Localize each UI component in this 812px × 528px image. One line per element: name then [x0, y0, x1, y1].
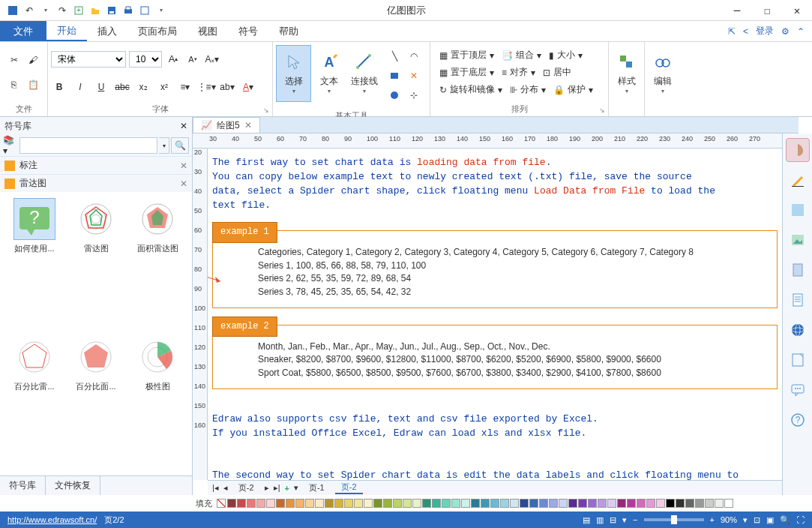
color-swatch[interactable]	[578, 499, 587, 508]
first-page-icon[interactable]: |◂	[212, 483, 219, 493]
zoom-level[interactable]: 90%	[721, 515, 737, 524]
settings-icon[interactable]: ⚙	[781, 26, 790, 37]
menu-tab-home[interactable]: 开始	[46, 21, 87, 41]
paste-icon[interactable]: 📋	[25, 76, 42, 93]
color-swatch[interactable]	[490, 499, 499, 508]
arrange-launcher-icon[interactable]: ↘	[599, 104, 605, 116]
sidebar-tab-recover[interactable]: 文件恢复	[46, 476, 100, 495]
menu-tab-layout[interactable]: 页面布局	[127, 21, 187, 41]
align-button[interactable]: ≡ 对齐▾	[499, 64, 538, 81]
zoom-in-button[interactable]: +	[710, 515, 715, 524]
color-swatch[interactable]	[256, 499, 265, 508]
open-icon[interactable]	[88, 4, 102, 17]
color-swatch[interactable]	[276, 499, 285, 508]
redo-icon[interactable]: ↷	[55, 4, 69, 17]
close-icon[interactable]: ✕	[180, 121, 187, 131]
color-swatch[interactable]	[383, 499, 392, 508]
color-swatch[interactable]	[334, 499, 343, 508]
protect-button[interactable]: 🔒 保护▾	[550, 82, 596, 98]
bring-front-button[interactable]: ▦ 置于顶层▾	[436, 47, 497, 64]
text-tool-button[interactable]: A 文本▾	[311, 45, 346, 102]
color-swatch[interactable]	[598, 499, 607, 508]
menu-tab-symbols[interactable]: 符号	[228, 21, 268, 41]
font-family-select[interactable]: 宋体	[51, 51, 126, 68]
color-swatch[interactable]	[373, 499, 382, 508]
color-swatch[interactable]	[685, 499, 694, 508]
color-swatch[interactable]	[676, 499, 685, 508]
clear-format-icon[interactable]: Aₓ▾	[204, 51, 220, 68]
fullscreen-icon[interactable]: ⛶	[796, 515, 805, 524]
shape-radar[interactable]: 雷达图	[67, 198, 124, 332]
pen-icon[interactable]	[786, 168, 810, 192]
color-swatch[interactable]	[695, 499, 704, 508]
color-swatch[interactable]	[646, 499, 655, 508]
fit-width-icon[interactable]: ⊡	[754, 515, 760, 525]
page-tab-prev[interactable]: 页-2	[232, 482, 260, 494]
color-swatch[interactable]	[617, 499, 626, 508]
last-page-icon[interactable]: ▸|	[274, 483, 280, 493]
strikethrough-button[interactable]: abc	[114, 79, 130, 95]
category-radar[interactable]: 雷达图✕	[0, 174, 192, 192]
color-swatch[interactable]	[461, 499, 470, 508]
color-swatch[interactable]	[295, 499, 304, 508]
canvas-page[interactable]: The first way to set chart data is loadi…	[208, 148, 782, 480]
image-icon[interactable]	[786, 228, 810, 252]
connector-tool-button[interactable]: 连接线▾	[346, 45, 382, 102]
sidebar-tab-library[interactable]: 符号库	[0, 476, 46, 495]
color-swatch[interactable]	[588, 499, 597, 508]
export-icon[interactable]: ⇱	[728, 26, 736, 37]
color-swatch[interactable]	[510, 499, 519, 508]
color-swatch[interactable]	[471, 499, 480, 508]
underline-button[interactable]: U	[93, 79, 109, 95]
add-page-icon[interactable]: +	[285, 484, 289, 493]
color-swatch[interactable]	[354, 499, 363, 508]
document-icon[interactable]	[786, 288, 810, 312]
color-swatch[interactable]	[559, 499, 568, 508]
page-tab-1[interactable]: 页-1	[303, 482, 331, 494]
cut-icon[interactable]: ✂	[6, 52, 22, 68]
color-swatch[interactable]	[637, 499, 646, 508]
highlight-icon[interactable]: ab▾	[219, 79, 235, 95]
style-button[interactable]: 样式▾	[612, 45, 641, 102]
copy-icon[interactable]: ⎘	[6, 76, 22, 93]
color-swatch[interactable]	[364, 499, 373, 508]
print-icon[interactable]	[121, 4, 135, 17]
color-swatch[interactable]	[724, 499, 733, 508]
color-swatch[interactable]	[286, 499, 295, 508]
subscript-icon[interactable]: x₂	[135, 79, 151, 95]
zoom-slider[interactable]	[644, 518, 704, 521]
color-swatch[interactable]	[412, 499, 421, 508]
view-mode1-icon[interactable]: ▤	[583, 515, 590, 525]
dropdown-icon[interactable]: ▾	[154, 4, 168, 17]
star-tool-icon[interactable]: ✕	[406, 68, 422, 84]
color-swatch[interactable]	[520, 499, 529, 508]
color-swatch[interactable]	[393, 499, 402, 508]
font-launcher-icon[interactable]: ↘	[263, 104, 269, 116]
ellipse-tool-icon[interactable]	[386, 87, 403, 104]
view-mode3-icon[interactable]: ⊟	[610, 515, 616, 525]
doc-tab[interactable]: 📈绘图5✕	[193, 117, 260, 133]
close-icon[interactable]: ✕	[244, 120, 252, 130]
color-swatch[interactable]	[237, 499, 246, 508]
page-tab-2[interactable]: 页-2	[335, 482, 363, 494]
shape-pct-radar[interactable]: 百分比雷...	[6, 336, 63, 470]
search-input[interactable]	[19, 137, 157, 154]
rect-tool-icon[interactable]	[386, 68, 403, 84]
menu-tab-help[interactable]: 帮助	[268, 21, 309, 41]
minimize-button[interactable]: ─	[722, 0, 752, 21]
dropdown-icon[interactable]: ▾	[39, 4, 52, 17]
globe-icon[interactable]	[786, 318, 810, 342]
menu-tab-insert[interactable]: 插入	[87, 21, 127, 41]
color-swatch[interactable]	[247, 499, 256, 508]
note-icon[interactable]	[786, 348, 810, 372]
page-icon[interactable]	[786, 258, 810, 282]
export-icon[interactable]	[138, 4, 151, 17]
close-icon[interactable]: ✕	[180, 160, 187, 171]
fit-page-icon[interactable]: ▣	[766, 515, 774, 525]
color-swatch[interactable]	[451, 499, 460, 508]
distribute-button[interactable]: ⊪ 分布▾	[507, 82, 549, 98]
color-swatch[interactable]	[442, 499, 451, 508]
maximize-button[interactable]: ☐	[752, 0, 782, 21]
page-menu-icon[interactable]: ▾	[294, 483, 298, 493]
login-link[interactable]: 登录	[756, 25, 774, 38]
